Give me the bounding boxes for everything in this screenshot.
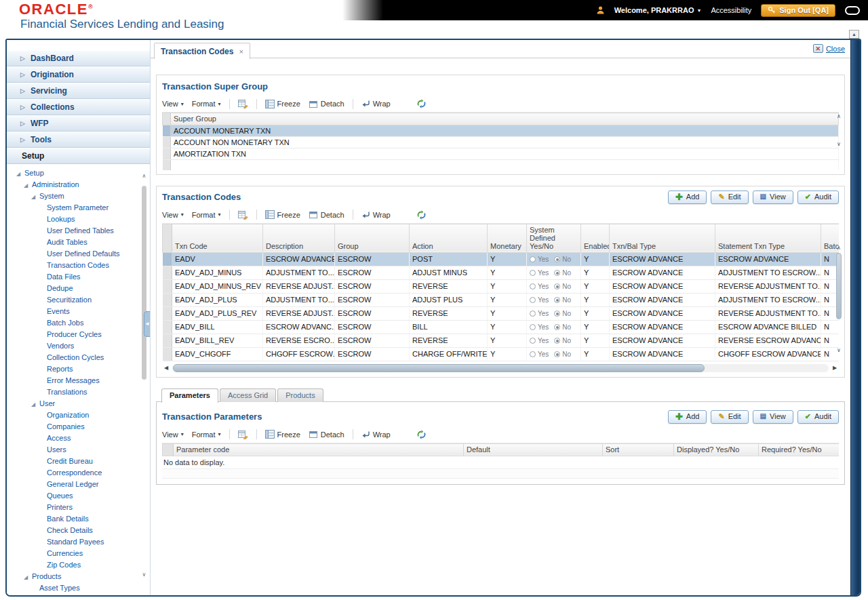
tree-item-correspondence[interactable]: Correspondence xyxy=(7,467,150,479)
column-header-description[interactable]: Description xyxy=(263,224,335,252)
export-to-excel-icon[interactable] xyxy=(238,210,248,220)
scrollbar-track[interactable] xyxy=(172,364,829,372)
export-to-excel-icon[interactable] xyxy=(238,99,248,108)
audit-button[interactable]: ✔Audit xyxy=(797,410,839,424)
tab-products[interactable]: Products xyxy=(277,388,323,402)
horizontal-scrollbar[interactable]: ◀ ▶ xyxy=(162,363,839,373)
row-selector[interactable] xyxy=(163,148,171,160)
view-button[interactable]: ▤View xyxy=(753,410,793,424)
column-header-required-yes-no[interactable]: Required? Yes/No xyxy=(759,443,840,456)
wrap-button[interactable]: Wrap xyxy=(361,211,391,219)
freeze-button[interactable]: Freeze xyxy=(265,100,300,108)
detach-button[interactable]: Detach xyxy=(309,430,344,439)
scrollbar-thumb[interactable] xyxy=(173,364,705,372)
radio-no[interactable] xyxy=(554,256,560,262)
page-scrollbar[interactable] xyxy=(850,40,860,595)
txn-row-eadv-adj-minus[interactable]: EADV_ADJ_MINUSADJUSTMENT TO...ESCROWADJU… xyxy=(163,266,840,279)
tree-item-companies[interactable]: Companies xyxy=(7,421,150,433)
accessibility-link[interactable]: Accessibility xyxy=(711,6,751,14)
view-menu[interactable]: View▾ xyxy=(162,100,184,108)
tree-item-setup[interactable]: ◢Setup xyxy=(7,167,150,179)
txn-grid-scrollbar[interactable]: ∧ ∨ xyxy=(835,245,843,353)
tree-item-producer-cycles[interactable]: Producer Cycles xyxy=(7,329,150,340)
radio-yes[interactable] xyxy=(530,297,536,303)
tree-item-data-files[interactable]: Data Files xyxy=(7,271,150,283)
view-menu[interactable]: View▾ xyxy=(162,211,184,219)
txn-row-eadv[interactable]: EADVESCROW ADVANCEESCROWPOSTYYesNoYESCRO… xyxy=(163,252,840,266)
export-to-excel-icon[interactable] xyxy=(238,430,248,439)
radio-no[interactable] xyxy=(554,338,560,344)
page-scroll-up-button[interactable]: ▲ xyxy=(849,30,859,39)
tree-item-bank-details[interactable]: Bank Details xyxy=(7,513,150,525)
radio-no[interactable] xyxy=(554,270,560,276)
scroll-down-icon[interactable]: ∨ xyxy=(837,141,841,147)
tree-item-standard-payees[interactable]: Standard Payees xyxy=(7,536,150,548)
row-selector[interactable] xyxy=(163,293,172,306)
detach-button[interactable]: Detach xyxy=(309,100,344,108)
column-header-txn-bal-type[interactable]: Txn/Bal Type xyxy=(610,224,715,252)
tree-item-asset-types[interactable]: Asset Types xyxy=(7,582,150,594)
radio-yes[interactable] xyxy=(530,351,536,357)
row-selector[interactable] xyxy=(163,137,171,148)
scroll-down-icon[interactable]: ∨ xyxy=(142,572,146,578)
super-group-row[interactable]: AMORTIZATION TXN xyxy=(163,148,839,160)
radio-yes[interactable] xyxy=(530,324,536,330)
sign-out-button[interactable]: Sign Out [QA] xyxy=(761,4,835,17)
scroll-up-icon[interactable]: ∧ xyxy=(837,245,841,251)
tree-item-securitization[interactable]: Securitization xyxy=(7,294,150,306)
tree-item-administration[interactable]: ◢Administration xyxy=(7,179,150,191)
tree-item-translations[interactable]: Translations xyxy=(7,386,150,398)
column-header-enabled[interactable]: Enabled xyxy=(581,224,610,252)
column-header-txn-code[interactable]: Txn Code xyxy=(172,224,263,252)
txn-row-eadv-bill[interactable]: EADV_BILLESCROW ADVANC...ESCROWBILLYYesN… xyxy=(163,320,840,334)
row-selector[interactable] xyxy=(163,320,172,334)
column-header-statement-txn-type[interactable]: Statement Txn Type xyxy=(715,224,821,252)
tree-item-transaction-codes[interactable]: Transaction Codes xyxy=(7,260,150,271)
sidebar-item-servicing[interactable]: ▷Servicing xyxy=(7,83,150,99)
tree-item-batch-jobs[interactable]: Batch Jobs xyxy=(7,317,150,329)
tree-item-audit-tables[interactable]: Audit Tables xyxy=(7,237,150,248)
txn-row-eadv-adj-plus-rev[interactable]: EADV_ADJ_PLUS_REVREVERSE ADJUST...ESCROW… xyxy=(163,306,840,320)
welcome-user-menu[interactable]: Welcome, PRAKRRAO▼ xyxy=(614,6,702,14)
tree-item-check-details[interactable]: Check Details xyxy=(7,525,150,536)
column-header-monetary[interactable]: Monetary xyxy=(488,224,527,252)
row-selector[interactable] xyxy=(163,306,172,320)
radio-yes[interactable] xyxy=(530,283,536,289)
format-menu[interactable]: Format▾ xyxy=(192,431,221,439)
tree-item-credit-bureau[interactable]: Credit Bureau xyxy=(7,456,150,467)
scroll-up-icon[interactable]: ∧ xyxy=(142,173,146,179)
column-header-group[interactable]: Group xyxy=(335,224,410,252)
radio-no[interactable] xyxy=(554,351,560,357)
scroll-down-icon[interactable]: ∨ xyxy=(837,347,841,353)
scroll-up-icon[interactable]: ∧ xyxy=(837,113,841,119)
sidebar-item-tools[interactable]: ▷Tools xyxy=(7,132,150,148)
add-button[interactable]: ✚Add xyxy=(668,191,707,204)
wrap-button[interactable]: Wrap xyxy=(361,431,391,439)
close-link[interactable]: Close xyxy=(826,45,845,53)
tree-item-users[interactable]: Users xyxy=(7,444,150,456)
tree-item-error-messages[interactable]: Error Messages xyxy=(7,375,150,386)
radio-yes[interactable] xyxy=(530,270,536,276)
freeze-button[interactable]: Freeze xyxy=(265,210,300,219)
tree-item-queues[interactable]: Queues xyxy=(7,490,150,502)
detach-button[interactable]: Detach xyxy=(309,210,344,219)
format-menu[interactable]: Format▾ xyxy=(192,100,221,108)
tab-transaction-codes[interactable]: Transaction Codes × xyxy=(154,43,250,59)
refresh-icon[interactable] xyxy=(416,210,427,220)
radio-yes[interactable] xyxy=(530,338,536,344)
sidebar-item-wfp[interactable]: ▷WFP xyxy=(7,115,150,132)
radio-no[interactable] xyxy=(554,297,560,303)
edit-button[interactable]: ✎Edit xyxy=(711,191,748,204)
tree-item-dedupe[interactable]: Dedupe xyxy=(7,283,150,294)
column-header-displayed-yes-no[interactable]: Displayed? Yes/No xyxy=(674,443,759,456)
edit-button[interactable]: ✎Edit xyxy=(711,410,748,424)
column-header-default[interactable]: Default xyxy=(464,443,603,456)
column-header-parameter-code[interactable]: Parameter code xyxy=(174,443,464,456)
tree-item-vendors[interactable]: Vendors xyxy=(7,340,150,352)
column-header-sort[interactable]: Sort xyxy=(603,443,674,456)
radio-no[interactable] xyxy=(554,283,560,289)
tree-item-currencies[interactable]: Currencies xyxy=(7,548,150,559)
tree-item-general-ledger[interactable]: General Ledger xyxy=(7,479,150,490)
row-selector[interactable] xyxy=(163,347,172,361)
tab-close-icon[interactable]: × xyxy=(239,47,243,56)
